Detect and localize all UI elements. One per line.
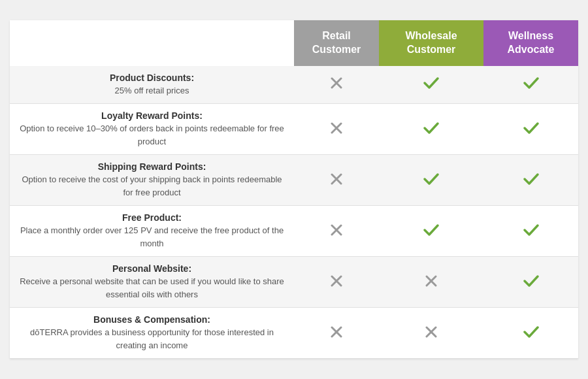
cross-icon xyxy=(329,273,344,289)
table-row: Free Product: Place a monthly order over… xyxy=(10,206,578,257)
cross-icon xyxy=(329,324,344,340)
table-row: Shipping Reward Points: Option to receiv… xyxy=(10,155,578,206)
wholesale-cell xyxy=(379,308,483,359)
header-retail: RetailCustomer xyxy=(294,20,379,66)
retail-cell xyxy=(294,257,379,308)
cross-icon xyxy=(423,324,439,340)
check-icon xyxy=(522,272,540,290)
feature-desc: Option to receive the cost of your shipp… xyxy=(19,173,285,199)
retail-cell xyxy=(294,66,379,104)
table-row: Loyalty Reward Points: Option to receive… xyxy=(10,104,578,155)
feature-desc: Place a monthly order over 125 PV and re… xyxy=(19,224,285,250)
header-wellness: WellnessAdvocate xyxy=(483,20,578,66)
feature-cell: Shipping Reward Points: Option to receiv… xyxy=(10,155,294,206)
check-icon xyxy=(422,74,440,92)
table-row: Product Discounts: 25% off retail prices xyxy=(10,66,578,104)
check-icon xyxy=(422,221,440,239)
check-icon xyxy=(522,221,540,239)
wellness-cell xyxy=(483,257,578,308)
feature-desc: 25% off retail prices xyxy=(19,84,285,97)
check-icon xyxy=(522,74,540,92)
feature-title: Free Product: xyxy=(19,212,285,223)
retail-cell xyxy=(294,104,379,155)
feature-cell: Bonuses & Compensation: dōTERRA provides… xyxy=(10,308,294,359)
cross-icon xyxy=(329,171,344,187)
comparison-table: RetailCustomer WholesaleCustomer Wellnes… xyxy=(10,20,578,359)
check-icon xyxy=(522,323,540,341)
cross-icon xyxy=(423,273,439,289)
wholesale-cell xyxy=(379,155,483,206)
wellness-cell xyxy=(483,104,578,155)
feature-title: Bonuses & Compensation: xyxy=(19,314,285,325)
feature-desc: Receive a personal website that can be u… xyxy=(19,275,285,301)
wellness-cell xyxy=(483,66,578,104)
feature-cell: Personal Website: Receive a personal web… xyxy=(10,257,294,308)
cross-icon xyxy=(329,222,344,238)
feature-title: Shipping Reward Points: xyxy=(19,161,285,172)
check-icon xyxy=(522,170,540,188)
wholesale-cell xyxy=(379,104,483,155)
wholesale-cell xyxy=(379,66,483,104)
feature-cell: Product Discounts: 25% off retail prices xyxy=(10,66,294,104)
table-row: Personal Website: Receive a personal web… xyxy=(10,257,578,308)
cross-icon xyxy=(329,75,344,91)
feature-title: Personal Website: xyxy=(19,263,285,274)
check-icon xyxy=(422,119,440,137)
wellness-cell xyxy=(483,308,578,359)
retail-cell xyxy=(294,206,379,257)
header-feature-col xyxy=(10,20,294,66)
retail-cell xyxy=(294,308,379,359)
wellness-cell xyxy=(483,155,578,206)
feature-title: Loyalty Reward Points: xyxy=(19,110,285,121)
wholesale-cell xyxy=(379,257,483,308)
feature-cell: Free Product: Place a monthly order over… xyxy=(10,206,294,257)
retail-cell xyxy=(294,155,379,206)
wellness-cell xyxy=(483,206,578,257)
check-icon xyxy=(422,170,440,188)
header-wholesale: WholesaleCustomer xyxy=(379,20,483,66)
feature-desc: Option to receive 10–30% of orders back … xyxy=(19,122,285,148)
cross-icon xyxy=(329,120,344,136)
table-row: Bonuses & Compensation: dōTERRA provides… xyxy=(10,308,578,359)
feature-desc: dōTERRA provides a business opportunity … xyxy=(19,326,285,352)
feature-title: Product Discounts: xyxy=(19,73,285,83)
check-icon xyxy=(522,119,540,137)
wholesale-cell xyxy=(379,206,483,257)
feature-cell: Loyalty Reward Points: Option to receive… xyxy=(10,104,294,155)
